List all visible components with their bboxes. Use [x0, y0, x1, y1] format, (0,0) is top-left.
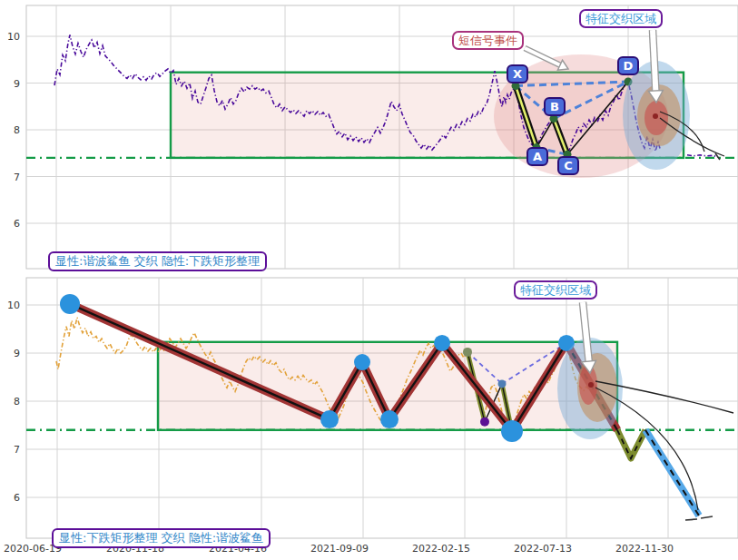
hidden-shark-point-marker [480, 418, 489, 427]
pattern-point-badge-d: D [617, 56, 639, 75]
top-panel-caption: 显性:谐波鲨鱼 交织 隐性:下跌矩形整理 [48, 251, 267, 271]
bottom-ytick-label: 7 [14, 444, 20, 456]
pattern-point-badge-c: C [557, 156, 579, 175]
pattern-point-badge-x: X [507, 64, 528, 84]
pattern-point-badge-a: A [526, 147, 548, 166]
bottom-ytick-label: 6 [14, 492, 20, 504]
hidden-shark-point-marker [498, 379, 507, 388]
bottom-focus-dot [588, 382, 594, 388]
feature-interweave-zone-label-top: 特征交织区域 [579, 9, 663, 28]
bottom-ytick-label: 10 [7, 300, 20, 311]
bottom-end-cap [701, 516, 713, 518]
forecast-blue-core [645, 430, 699, 516]
zigzag-vertex-dot [320, 410, 339, 428]
bottom-end-cap [685, 519, 697, 520]
top-ytick-label: 9 [14, 78, 20, 90]
top-ytick-label: 8 [14, 124, 20, 136]
feature-zone-arrow-top-shaft [653, 30, 655, 91]
zigzag-vertex-dot [501, 420, 523, 442]
xtick-label: 2022-02-15 [412, 543, 470, 555]
top-price-tail [687, 155, 718, 157]
bottom-ytick-label: 9 [14, 348, 20, 359]
dual-panel-pattern-chart: 1098761098762020-06-192020-11-182021-04-… [0, 0, 738, 560]
chart-canvas: 1098761098762020-06-192020-11-182021-04-… [0, 0, 738, 560]
xtick-label: 2022-11-30 [615, 543, 674, 555]
top-ytick-label: 6 [14, 218, 20, 230]
xtick-label: 2021-09-09 [310, 543, 369, 555]
hidden-shark-point-marker [463, 348, 472, 357]
zigzag-vertex-dot [354, 354, 370, 370]
feature-interweave-zone-label-bottom: 特征交织区域 [514, 280, 597, 300]
bottom-ytick-label: 8 [14, 396, 20, 408]
pattern-point-badge-b: B [544, 97, 566, 116]
bottom-panel-caption: 显性:下跌矩形整理 交织 隐性:谐波鲨鱼 [52, 528, 271, 548]
short-signal-event-label: 短信号事件 [452, 31, 524, 50]
zigzag-vertex-dot [60, 294, 80, 314]
zigzag-vertex-dot [434, 335, 450, 351]
top-ytick-label: 10 [7, 31, 20, 43]
forecast-olive-outer [617, 430, 645, 458]
zigzag-vertex-dot [380, 410, 399, 428]
top-focus-dot [653, 113, 658, 119]
xtick-label: 2022-07-13 [514, 543, 572, 555]
top-ytick-label: 7 [14, 172, 20, 183]
